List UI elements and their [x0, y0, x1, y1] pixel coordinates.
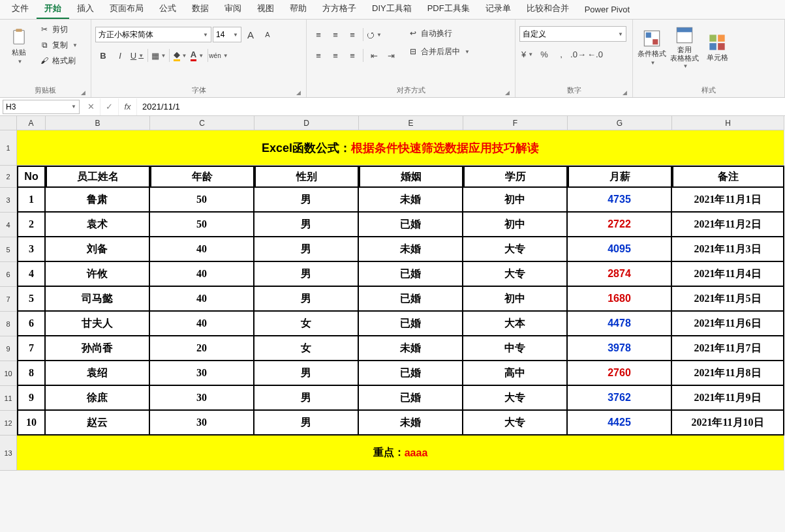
align-top-button[interactable]: ≡ [311, 27, 326, 42]
cell-G12[interactable]: 4425 [568, 411, 672, 436]
row-header-10[interactable]: 10 [0, 361, 17, 386]
percent-button[interactable]: % [536, 46, 552, 62]
row-header-3[interactable]: 3 [0, 188, 17, 213]
row-header-12[interactable]: 12 [0, 411, 17, 436]
header-B[interactable]: 员工姓名 [46, 166, 150, 188]
cell-A7[interactable]: 5 [17, 287, 46, 312]
align-bottom-button[interactable]: ≡ [345, 27, 360, 42]
accounting-format-button[interactable]: ¥▼ [519, 46, 535, 62]
cell-A3[interactable]: 1 [17, 188, 46, 213]
title-cell[interactable]: Excel函数公式：根据条件快速筛选数据应用技巧解读 [17, 130, 784, 166]
dialog-launcher-icon[interactable]: ◢ [296, 89, 301, 96]
cell-F8[interactable]: 大本 [463, 312, 568, 336]
cell-A9[interactable]: 7 [17, 336, 46, 361]
header-F[interactable]: 学历 [463, 166, 568, 188]
row-header-7[interactable]: 7 [0, 287, 17, 312]
cell-C4[interactable]: 50 [150, 213, 254, 237]
cell-B7[interactable]: 司马懿 [46, 287, 150, 312]
border-button[interactable]: ▦▼ [151, 48, 166, 63]
align-middle-button[interactable]: ≡ [328, 27, 343, 42]
header-E[interactable]: 婚姻 [359, 166, 463, 188]
cell-A8[interactable]: 6 [17, 312, 46, 336]
cell-E12[interactable]: 未婚 [359, 411, 463, 436]
cell-F6[interactable]: 大专 [463, 262, 568, 287]
col-header-E[interactable]: E [359, 116, 463, 130]
enter-formula-button[interactable]: ✓ [100, 98, 119, 115]
comma-button[interactable]: , [553, 46, 569, 62]
cell-C5[interactable]: 40 [150, 237, 254, 262]
cell-C9[interactable]: 20 [150, 336, 254, 361]
font-color-button[interactable]: A▼ [189, 48, 205, 63]
tab-13[interactable]: 比较和合并 [519, 0, 577, 19]
cell-F10[interactable]: 高中 [463, 361, 568, 386]
cell-H7[interactable]: 2021年11月5日 [672, 287, 784, 312]
tab-8[interactable]: 帮助 [282, 0, 315, 19]
insert-function-button[interactable]: fx [119, 98, 137, 115]
number-format-combo[interactable]: 自定义▼ [519, 26, 626, 42]
font-size-combo[interactable]: 14▼ [213, 27, 241, 42]
cell-styles-button[interactable]: 单元格 [702, 23, 732, 72]
cell-F4[interactable]: 初中 [463, 213, 568, 237]
col-header-B[interactable]: B [46, 116, 150, 130]
col-header-F[interactable]: F [463, 116, 568, 130]
align-right-button[interactable]: ≡ [345, 48, 360, 63]
decrease-indent-button[interactable]: ⇤ [366, 48, 382, 63]
orientation-button[interactable]: ⭯▼ [366, 27, 382, 42]
cell-C10[interactable]: 30 [150, 361, 254, 386]
cell-H6[interactable]: 2021年11月4日 [672, 262, 784, 287]
table-format-button[interactable]: 套用 表格格式▼ [670, 23, 700, 72]
cell-A11[interactable]: 9 [17, 386, 46, 411]
dialog-launcher-icon[interactable]: ◢ [505, 89, 510, 96]
merge-center-button[interactable]: ⊟合并后居中▼ [405, 44, 472, 59]
cell-C6[interactable]: 40 [150, 262, 254, 287]
cell-E8[interactable]: 已婚 [359, 312, 463, 336]
cell-G6[interactable]: 2874 [568, 262, 672, 287]
tab-9[interactable]: 方方格子 [315, 0, 364, 19]
cell-A5[interactable]: 3 [17, 237, 46, 262]
cell-G7[interactable]: 1680 [568, 287, 672, 312]
tab-12[interactable]: 记录单 [478, 0, 519, 19]
align-left-button[interactable]: ≡ [311, 48, 326, 63]
format-painter-button[interactable]: 🖌格式刷 [37, 53, 80, 68]
cell-G11[interactable]: 3762 [568, 386, 672, 411]
cell-C11[interactable]: 30 [150, 386, 254, 411]
row-header-1[interactable]: 1 [0, 130, 17, 166]
tab-4[interactable]: 公式 [151, 0, 184, 19]
header-C[interactable]: 年龄 [150, 166, 254, 188]
cell-F11[interactable]: 大专 [463, 386, 568, 411]
cell-F3[interactable]: 初中 [463, 188, 568, 213]
cell-D12[interactable]: 男 [254, 411, 359, 436]
cell-F5[interactable]: 大专 [463, 237, 568, 262]
cell-E4[interactable]: 已婚 [359, 213, 463, 237]
align-center-button[interactable]: ≡ [328, 48, 343, 63]
tab-6[interactable]: 审阅 [217, 0, 249, 19]
cell-D4[interactable]: 男 [254, 213, 359, 237]
tab-1[interactable]: 开始 [37, 0, 69, 19]
cell-D5[interactable]: 男 [254, 237, 359, 262]
cell-D10[interactable]: 男 [254, 361, 359, 386]
cell-B4[interactable]: 袁术 [46, 213, 150, 237]
conditional-format-button[interactable]: 条件格式▼ [637, 23, 667, 72]
cell-B10[interactable]: 袁绍 [46, 361, 150, 386]
cell-B6[interactable]: 许攸 [46, 262, 150, 287]
col-header-H[interactable]: H [672, 116, 784, 130]
cell-E11[interactable]: 已婚 [359, 386, 463, 411]
cell-H12[interactable]: 2021年11月10日 [672, 411, 784, 436]
copy-button[interactable]: ⧉复制▼ [37, 38, 80, 52]
row-header-8[interactable]: 8 [0, 312, 17, 336]
select-all-corner[interactable] [0, 116, 17, 130]
row-header-6[interactable]: 6 [0, 262, 17, 287]
cell-G3[interactable]: 4735 [568, 188, 672, 213]
row-header-2[interactable]: 2 [0, 166, 17, 188]
font-name-combo[interactable]: 方正小标宋简体▼ [95, 27, 211, 42]
cell-F7[interactable]: 初中 [463, 287, 568, 312]
cut-button[interactable]: ✂剪切 [37, 22, 80, 37]
row-header-11[interactable]: 11 [0, 386, 17, 411]
tab-7[interactable]: 视图 [249, 0, 282, 19]
footer-cell[interactable]: 重点：aaaa [17, 436, 784, 471]
formula-input[interactable] [137, 100, 785, 114]
cell-E3[interactable]: 未婚 [359, 188, 463, 213]
row-header-13[interactable]: 13 [0, 436, 17, 471]
cell-B5[interactable]: 刘备 [46, 237, 150, 262]
tab-14[interactable]: Power Pivot [577, 1, 638, 19]
